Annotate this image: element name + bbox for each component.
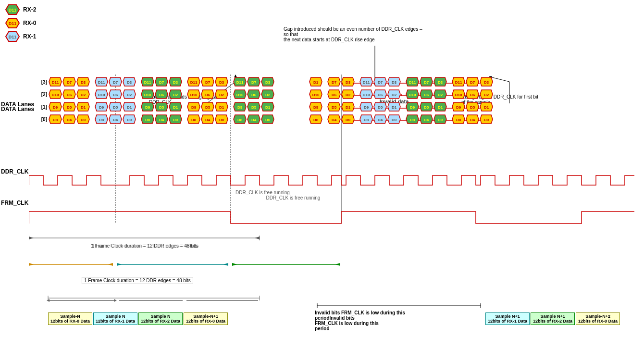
svg-text:D10: D10 <box>190 93 198 97</box>
svg-text:D10: D10 <box>363 93 370 97</box>
lane-row-3: [3] D11 D7 D3 D11 D7 D3 D11 D7 D3 D11 D7… <box>33 77 493 87</box>
svg-text:D11: D11 <box>98 80 105 85</box>
svg-text:D5: D5 <box>378 105 383 110</box>
lane-label-0: [0] <box>33 117 47 122</box>
svg-text:D10: D10 <box>455 93 462 97</box>
sample-n1-rx1: Sample N+1 12bits of RX-1 Data <box>485 312 530 325</box>
svg-text:D0: D0 <box>173 118 178 122</box>
sample-n2-rx0: Sample-N+2 12bits of RX-0 Data <box>576 312 620 325</box>
svg-text:D9: D9 <box>456 105 461 110</box>
svg-text:D8: D8 <box>191 118 197 122</box>
svg-text:D3: D3 <box>438 80 443 85</box>
svg-text:D10: D10 <box>98 93 105 97</box>
svg-text:D6: D6 <box>251 93 257 97</box>
svg-text:D11: D11 <box>409 80 416 85</box>
svg-text:D5: D5 <box>251 105 257 110</box>
lane-label-3: [3] <box>33 79 47 85</box>
svg-text:D7: D7 <box>159 80 164 85</box>
svg-marker-48 <box>223 263 228 266</box>
svg-text:D11: D11 <box>52 80 59 85</box>
svg-text:D5: D5 <box>424 105 429 110</box>
svg-text:D8: D8 <box>53 118 58 122</box>
svg-text:D1: D1 <box>313 80 319 85</box>
svg-marker-38 <box>29 237 34 239</box>
svg-text:D5: D5 <box>205 105 211 110</box>
svg-text:D11: D11 <box>9 35 17 39</box>
svg-text:D9: D9 <box>145 105 150 110</box>
svg-text:D9: D9 <box>191 105 197 110</box>
frame-clock-label: 1 Frame Clock duration = 12 DDR edges = … <box>82 277 193 284</box>
svg-text:D10: D10 <box>236 93 244 97</box>
svg-text:D5: D5 <box>332 105 337 110</box>
svg-text:D0: D0 <box>81 118 86 122</box>
sample-n-rx0: Sample-N 12bits of RX-0 Data <box>48 312 92 325</box>
svg-text:D6: D6 <box>113 93 118 97</box>
svg-text:D4: D4 <box>113 118 118 122</box>
svg-text:D8: D8 <box>99 118 104 122</box>
svg-marker-44 <box>29 263 34 266</box>
svg-text:D5: D5 <box>470 105 475 110</box>
invalid-bits-label: Invalid bits FRM_CLK is low during this … <box>315 310 411 331</box>
svg-text:D4: D4 <box>205 118 211 122</box>
svg-text:D7: D7 <box>67 80 72 85</box>
svg-text:D5: D5 <box>113 105 118 110</box>
svg-text:D10: D10 <box>312 93 320 97</box>
svg-text:D8: D8 <box>237 118 243 122</box>
svg-text:D3: D3 <box>346 80 351 85</box>
svg-text:D3: D3 <box>265 80 271 85</box>
svg-text:D11: D11 <box>144 80 151 85</box>
svg-text:D11: D11 <box>236 80 244 85</box>
svg-text:D6: D6 <box>470 93 475 97</box>
sample-boxes-right: Sample N+1 12bits of RX-1 Data Sample N+… <box>485 312 620 325</box>
free-running-label: DDR_CLK is free running <box>235 190 290 195</box>
frm-clk-label: FRM_CLK <box>1 200 28 206</box>
svg-text:D0: D0 <box>265 118 271 122</box>
svg-text:D5: D5 <box>159 105 164 110</box>
svg-text:D11: D11 <box>363 80 370 85</box>
svg-text:D3: D3 <box>484 80 489 85</box>
svg-text:D0: D0 <box>346 118 351 122</box>
svg-marker-51 <box>335 263 340 266</box>
svg-text:D11: D11 <box>455 80 462 85</box>
legend-rx1-label: RX-1 <box>23 33 36 40</box>
svg-text:DDR_CLK is free running: DDR_CLK is free running <box>266 195 321 200</box>
svg-text:1 Frame Clock duration = 12 DD: 1 Frame Clock duration = 12 DDR edges = … <box>92 243 198 249</box>
svg-text:D2: D2 <box>346 93 351 97</box>
svg-text:D8: D8 <box>313 118 319 122</box>
svg-text:D7: D7 <box>470 80 475 85</box>
svg-text:D11: D11 <box>9 21 17 26</box>
legend-rx1: D11 RX-1 <box>5 31 36 42</box>
svg-text:D9: D9 <box>364 105 369 110</box>
legend-rx0-label: RX-0 <box>23 20 36 26</box>
legend: D11 RX-2 D11 RX-0 D11 RX-1 <box>5 4 36 42</box>
svg-text:D7: D7 <box>332 80 337 85</box>
svg-text:D0: D0 <box>219 118 224 122</box>
svg-text:D2: D2 <box>219 93 224 97</box>
svg-text:D11: D11 <box>190 80 198 85</box>
svg-text:D0: D0 <box>127 118 132 122</box>
lane-row-0: [0] D8 D4 D0 D8 D4 D0 D8 D4 D0 D8 D4 D0 … <box>33 114 493 124</box>
svg-text:D10: D10 <box>409 93 416 97</box>
svg-text:D9: D9 <box>313 105 319 110</box>
svg-text:D2: D2 <box>438 93 443 97</box>
svg-text:D6: D6 <box>378 93 383 97</box>
svg-text:D0: D0 <box>438 118 443 122</box>
legend-rx2-label: RX-2 <box>23 6 36 13</box>
svg-text:D6: D6 <box>67 93 72 97</box>
svg-text:D0: D0 <box>392 118 397 122</box>
svg-text:D2: D2 <box>392 93 397 97</box>
svg-text:D7: D7 <box>113 80 118 85</box>
svg-text:D11: D11 <box>9 8 17 12</box>
svg-text:D10: D10 <box>52 93 59 97</box>
svg-text:D2: D2 <box>127 93 132 97</box>
svg-text:D6: D6 <box>424 93 429 97</box>
svg-text:D1: D1 <box>484 105 489 110</box>
svg-text:D3: D3 <box>219 80 224 85</box>
legend-rx0: D11 RX-0 <box>5 17 36 29</box>
svg-text:D1: D1 <box>346 105 351 110</box>
svg-text:D8: D8 <box>456 118 461 122</box>
svg-marker-45 <box>108 263 113 266</box>
svg-text:D9: D9 <box>53 105 58 110</box>
sample-n1-rx2: Sample N+1 12bits of RX-2 Data <box>531 312 575 325</box>
sample-boxes-left: Sample-N 12bits of RX-0 Data Sample N 12… <box>48 312 228 325</box>
